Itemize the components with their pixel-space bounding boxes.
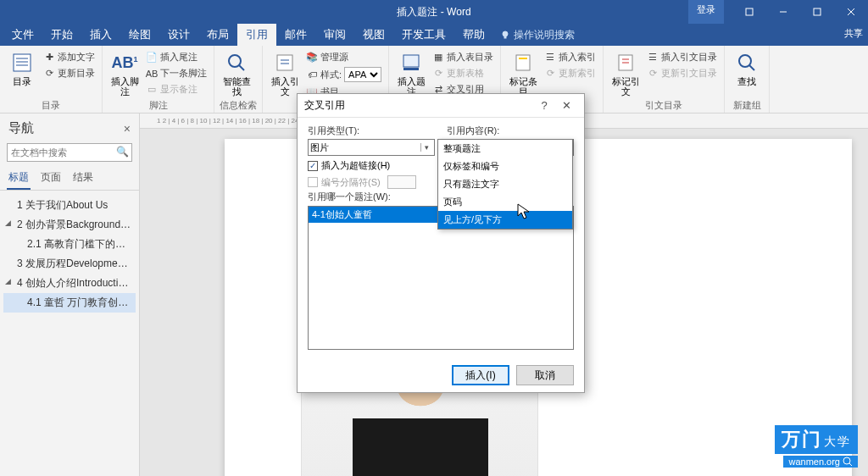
separator-field xyxy=(387,175,416,189)
tree-item[interactable]: 4.1 童哲 万门教育创始... xyxy=(3,293,136,313)
minimize-icon[interactable] xyxy=(766,0,800,24)
which-caption-label: 引用哪一个题注(W): xyxy=(308,191,391,202)
dropdown-option[interactable]: 只有题注文字 xyxy=(438,175,572,193)
next-footnote-button[interactable]: AB下一条脚注 xyxy=(144,66,209,80)
update-authorities-button[interactable]: ⟳更新引文目录 xyxy=(645,66,719,80)
search-icon[interactable]: 🔍 xyxy=(116,146,129,158)
nav-close-icon[interactable]: × xyxy=(124,122,131,136)
tell-me-search[interactable]: 操作说明搜索 xyxy=(493,24,581,46)
ribbon-group-footnotes: AB1 插入脚注 📄插入尾注 AB下一条脚注 ▭显示备注 脚注 xyxy=(103,46,214,113)
svg-rect-13 xyxy=(277,55,292,70)
nav-tab-pages[interactable]: 页面 xyxy=(39,167,63,190)
toc-icon xyxy=(9,51,35,75)
menu-review[interactable]: 审阅 xyxy=(315,24,354,46)
ribbon-group-research: 智能查找 信息检索 xyxy=(214,46,263,113)
menu-layout[interactable]: 布局 xyxy=(198,24,237,46)
insert-endnote-button[interactable]: 📄插入尾注 xyxy=(144,50,209,64)
nav-title: 导航 xyxy=(8,120,34,136)
ref-content-dropdown[interactable]: 整项题注 仅标签和编号 只有题注文字 页码 见上方/见下方 xyxy=(437,139,573,230)
insert-caption-button[interactable]: 插入题注 xyxy=(394,47,428,97)
tree-item[interactable]: 2.1 高教育门槛下的求变... xyxy=(3,235,136,254)
checkbox-icon xyxy=(308,177,318,187)
menu-view[interactable]: 视图 xyxy=(354,24,393,46)
tree-item[interactable]: ◢4 创始人介绍Introduction... xyxy=(3,274,136,293)
ref-type-select[interactable]: 图片▾ xyxy=(308,139,435,156)
citation-style-select[interactable]: 🏷样式:APA xyxy=(304,66,383,83)
menu-design[interactable]: 设计 xyxy=(159,24,198,46)
update-icon: ⟳ xyxy=(43,68,55,80)
tree-item[interactable]: 3 发展历程Development... xyxy=(3,254,136,274)
svg-rect-2 xyxy=(814,8,821,15)
menu-mailings[interactable]: 邮件 xyxy=(276,24,315,46)
cancel-button[interactable]: 取消 xyxy=(516,365,574,385)
menu-home[interactable]: 开始 xyxy=(42,24,81,46)
show-notes-button[interactable]: ▭显示备注 xyxy=(144,82,209,97)
update-table-button[interactable]: ⟳更新表格 xyxy=(431,66,495,80)
watermark-logo: 万门大学 xyxy=(775,425,858,454)
menu-insert[interactable]: 插入 xyxy=(81,24,120,46)
insert-authorities-button[interactable]: ☰插入引文目录 xyxy=(645,50,719,64)
insert-footnote-button[interactable]: AB1 插入脚注 xyxy=(108,47,142,97)
svg-point-19 xyxy=(739,55,751,67)
watermark-url: wanmen.org xyxy=(783,456,858,468)
ribbon-group-custom: 查找 新建组 xyxy=(725,46,770,113)
group-label: 引文目录 xyxy=(609,98,719,112)
dialog-title: 交叉引用 xyxy=(304,98,345,113)
insert-citation-button[interactable]: 插入引文 xyxy=(268,47,302,97)
dropdown-option[interactable]: 整项题注 xyxy=(438,140,572,158)
smart-lookup-button[interactable]: 智能查找 xyxy=(220,47,253,97)
menu-draw[interactable]: 绘图 xyxy=(120,24,159,46)
find-icon xyxy=(734,51,760,75)
style-dropdown[interactable]: APA xyxy=(344,67,381,82)
insert-table-figures-button[interactable]: ▦插入表目录 xyxy=(431,50,495,64)
window-titlebar: 插入题注 - Word 登录 xyxy=(0,0,868,24)
update-index-button[interactable]: ⟳更新索引 xyxy=(542,66,598,80)
tree-item[interactable]: 1 关于我们About Us xyxy=(3,196,136,215)
dialog-close-icon[interactable]: ✕ xyxy=(555,99,577,112)
navigation-pane: 导航 × 🔍 标题 页面 结果 1 关于我们About Us ◢2 创办背景Ba… xyxy=(0,113,140,476)
nav-tab-headings[interactable]: 标题 xyxy=(7,167,31,190)
manage-sources-button[interactable]: 📚管理源 xyxy=(304,50,383,64)
table-figures-icon: ▦ xyxy=(432,52,444,64)
add-text-button[interactable]: ✚添加文字 xyxy=(42,50,97,64)
dialog-titlebar[interactable]: 交叉引用 ? ✕ xyxy=(298,94,584,118)
share-button[interactable]: 共享 xyxy=(844,27,863,40)
menu-file[interactable]: 文件 xyxy=(3,24,42,46)
add-text-icon: ✚ xyxy=(43,52,55,64)
insert-button[interactable]: 插入(I) xyxy=(452,365,509,385)
next-footnote-icon: AB xyxy=(146,68,158,80)
show-notes-icon: ▭ xyxy=(146,84,158,96)
collapse-icon[interactable]: ◢ xyxy=(5,219,11,227)
update-toc-button[interactable]: ⟳更新目录 xyxy=(42,66,97,80)
find-button[interactable]: 查找 xyxy=(730,47,764,86)
ribbon-options-icon[interactable] xyxy=(732,0,766,24)
dialog-help-icon[interactable]: ? xyxy=(533,99,555,112)
nav-search-input[interactable] xyxy=(7,143,132,162)
ref-type-label: 引用类型(T): xyxy=(308,125,435,137)
watermark: 万门大学 wanmen.org xyxy=(775,425,858,468)
ribbon-group-authorities: 标记引文 ☰插入引文目录 ⟳更新引文目录 引文目录 xyxy=(604,46,725,113)
mark-citation-button[interactable]: 标记引文 xyxy=(609,47,643,97)
login-button[interactable]: 登录 xyxy=(688,0,724,24)
tree-item[interactable]: ◢2 创办背景Background Of... xyxy=(3,215,136,235)
collapse-icon[interactable]: ◢ xyxy=(5,277,11,285)
maximize-icon[interactable] xyxy=(800,0,834,24)
mark-entry-button[interactable]: 标记条目 xyxy=(506,47,540,97)
dropdown-option[interactable]: 见上方/见下方 xyxy=(438,211,572,229)
ref-content-label: 引用内容(R): xyxy=(447,125,574,137)
checkbox-checked-icon[interactable]: ✓ xyxy=(308,161,318,171)
insert-index-button[interactable]: ☰插入索引 xyxy=(542,50,598,64)
menu-references[interactable]: 引用 xyxy=(237,24,276,46)
group-label: 脚注 xyxy=(108,98,209,112)
update-table-icon: ⟳ xyxy=(432,68,444,80)
close-icon[interactable] xyxy=(834,0,868,24)
cursor-icon xyxy=(517,203,531,220)
mark-citation-icon xyxy=(613,51,638,75)
toc-button[interactable]: 目录 xyxy=(5,47,39,86)
menu-developer[interactable]: 开发工具 xyxy=(393,24,454,46)
dropdown-option[interactable]: 仅标签和编号 xyxy=(438,158,572,175)
nav-tab-results[interactable]: 结果 xyxy=(71,167,95,190)
menu-help[interactable]: 帮助 xyxy=(454,24,493,46)
manage-sources-icon: 📚 xyxy=(306,52,318,64)
dropdown-option[interactable]: 页码 xyxy=(438,193,572,211)
